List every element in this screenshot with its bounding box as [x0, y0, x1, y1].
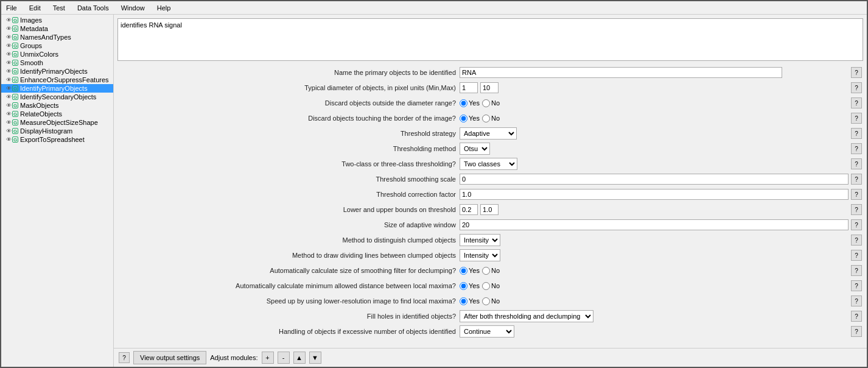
menu-file[interactable]: File [4, 4, 19, 12]
help-button-threshold-strategy[interactable]: ? [851, 128, 862, 139]
sidebar-item-exporttospreadsheet[interactable]: 👁 G ExportToSpreadsheet [1, 135, 113, 144]
radio-autominima-yes[interactable] [460, 282, 467, 290]
sidebar-icons: 👁 G [6, 17, 18, 23]
radio-speedup-no[interactable] [482, 297, 490, 305]
sidebar-item-identifysecondary[interactable]: 👁 G IdentifySecondaryObjects [1, 93, 113, 101]
param-row-handling: Handling of objects if excessive number … [119, 325, 862, 338]
help-button-auto-smoothing[interactable]: ? [851, 265, 862, 276]
radio-label-autominima-yes[interactable]: Yes [460, 282, 480, 290]
help-button-fill-holes[interactable]: ? [851, 311, 862, 322]
help-button-name[interactable]: ? [851, 67, 862, 78]
help-button-speed-up[interactable]: ? [851, 295, 862, 306]
sidebar-item-groups[interactable]: 👁 G Groups [1, 41, 113, 50]
sidebar-item-metadata[interactable]: 👁 G Metadata [1, 24, 113, 33]
sidebar-item-maskobjects[interactable]: 👁 G MaskObjects [1, 101, 113, 110]
add-module-button[interactable]: + [262, 352, 274, 364]
radio-label-yes[interactable]: Yes [460, 99, 480, 107]
sidebar-item-images[interactable]: 👁 G Images [1, 16, 113, 24]
threshold-strategy-select[interactable]: Adaptive Global Manual Measurement [460, 127, 517, 140]
sidebar-item-identifyprimary2[interactable]: 👁 G IdentifyPrimaryObjects [1, 84, 113, 93]
eye-icon: 👁 [6, 94, 12, 100]
radio-yes-text: Yes [469, 282, 480, 289]
sidebar-item-relateobjects[interactable]: 👁 G RelateObjects [1, 110, 113, 118]
help-button-threshold-method[interactable]: ? [851, 143, 862, 154]
param-control-name: ? [460, 67, 862, 78]
help-button-two-three[interactable]: ? [851, 158, 862, 169]
name-input[interactable] [460, 67, 782, 78]
view-output-button[interactable]: View output settings [133, 351, 206, 364]
fill-holes-select[interactable]: After both thresholding and declumping A… [460, 310, 593, 322]
move-down-button[interactable]: ▼ [309, 352, 321, 364]
param-row-name: Name the primary objects to be identifie… [119, 66, 862, 79]
sidebar-item-displayhistogram[interactable]: 👁 G DisplayHistogram [1, 127, 113, 135]
bounds-upper-input[interactable] [480, 204, 499, 215]
menu-test[interactable]: Test [51, 4, 68, 12]
menu-edit[interactable]: Edit [27, 4, 43, 12]
param-row-correction-factor: Threshold correction factor ? [119, 188, 862, 201]
param-row-two-three: Two-class or three-class thresholding? T… [119, 157, 862, 171]
radio-discard-range-no[interactable] [482, 99, 490, 107]
diameter-min-input[interactable] [460, 82, 478, 93]
dividing-method-select[interactable]: Intensity Shape None [460, 249, 500, 261]
radio-label-autominima-no[interactable]: No [482, 282, 500, 290]
radio-discard-range-yes[interactable] [460, 99, 467, 107]
two-three-select[interactable]: Two classes Three classes [460, 158, 517, 170]
global-help-button[interactable]: ? [119, 352, 130, 363]
remove-module-button[interactable]: - [278, 352, 290, 364]
radio-label-speedup-no[interactable]: No [482, 297, 500, 305]
help-button-discard-range[interactable]: ? [851, 97, 862, 108]
sidebar-item-namesandtypes[interactable]: 👁 G NamesAndTypes [1, 33, 113, 41]
param-control-handling: Continue Stop pipeline ? [460, 325, 862, 338]
param-label-two-three: Two-class or three-class thresholding? [119, 160, 460, 168]
radio-label-autosmooth-no[interactable]: No [482, 267, 500, 275]
sidebar-item-identifyprimary1[interactable]: 👁 G IdentifyPrimaryObjects [1, 67, 113, 76]
help-button-auto-minima[interactable]: ? [851, 280, 862, 291]
menu-window[interactable]: Window [119, 4, 147, 12]
radio-label-border-yes[interactable]: Yes [460, 115, 480, 122]
move-up-button[interactable]: ▲ [293, 352, 306, 364]
radio-speedup-yes[interactable] [460, 297, 467, 305]
param-row-threshold-strategy: Threshold strategy Adaptive Global Manua… [119, 127, 862, 140]
sidebar-item-enhancesuppress[interactable]: 👁 G EnhanceOrSuppressFeatures [1, 76, 113, 84]
radio-label-speedup-yes[interactable]: Yes [460, 297, 480, 305]
clumped-method-select[interactable]: Intensity Shape None [460, 234, 500, 246]
sidebar-label: Groups [20, 42, 42, 49]
help-button-clumped-method[interactable]: ? [851, 235, 862, 246]
help-button-smoothing-scale[interactable]: ? [851, 174, 862, 185]
sidebar-item-unmixcolors[interactable]: 👁 G UnmixColors [1, 50, 113, 58]
help-button-dividing-method[interactable]: ? [851, 250, 862, 261]
param-row-threshold-method: Thresholding method Otsu MCT ? [119, 142, 862, 155]
param-control-fill-holes: After both thresholding and declumping A… [460, 310, 862, 322]
param-row-dividing-method: Method to draw dividing lines between cl… [119, 249, 862, 262]
sidebar-item-measureobject[interactable]: 👁 G MeasureObjectSizeShape [1, 118, 113, 127]
menu-data-tools[interactable]: Data Tools [75, 4, 111, 12]
diameter-max-input[interactable] [480, 82, 499, 93]
correction-factor-input[interactable] [460, 189, 849, 200]
help-button-correction-factor[interactable]: ? [851, 189, 862, 200]
help-button-adaptive-window[interactable]: ? [851, 219, 862, 230]
param-control-threshold-method: Otsu MCT ? [460, 143, 862, 155]
handling-select[interactable]: Continue Stop pipeline [460, 325, 514, 338]
radio-autosmooth-no[interactable] [482, 267, 490, 275]
help-button-diameter[interactable]: ? [851, 82, 862, 93]
radio-label-border-no[interactable]: No [482, 115, 500, 122]
param-row-auto-smoothing: Automatically calculate size of smoothin… [119, 264, 862, 277]
help-button-bounds[interactable]: ? [851, 204, 862, 215]
help-button-handling[interactable]: ? [851, 326, 862, 337]
radio-autominima-no[interactable] [482, 282, 490, 290]
smoothing-scale-input[interactable] [460, 174, 849, 185]
radio-label-no[interactable]: No [482, 99, 500, 107]
radio-autosmooth-yes[interactable] [460, 267, 467, 275]
radio-discard-border-no[interactable] [482, 115, 490, 122]
g-icon: G [12, 68, 18, 74]
sidebar-item-smooth[interactable]: 👁 G Smooth [1, 58, 113, 67]
adaptive-window-input[interactable] [460, 219, 849, 230]
g-icon: G [12, 119, 18, 126]
radio-discard-border-yes[interactable] [460, 115, 467, 122]
threshold-method-select[interactable]: Otsu MCT [460, 143, 490, 155]
radio-label-autosmooth-yes[interactable]: Yes [460, 267, 480, 275]
bounds-lower-input[interactable] [460, 204, 478, 215]
help-button-discard-border[interactable]: ? [851, 113, 862, 124]
menu-help[interactable]: Help [155, 4, 173, 12]
sidebar: 👁 G Images 👁 G Metadata 👁 G NamesAndType… [1, 15, 114, 367]
